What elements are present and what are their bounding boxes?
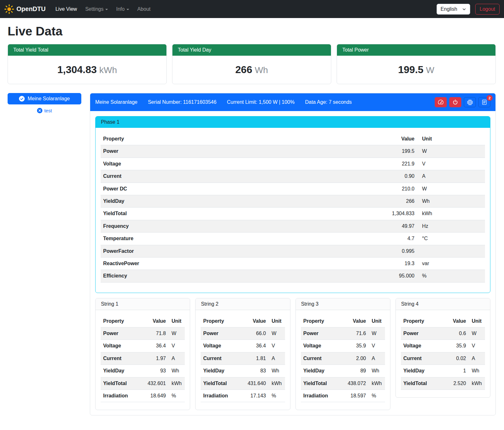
x-circle-icon [37,108,42,113]
property-cell: YieldDay [101,195,290,207]
table-row: YieldDay83Wh [201,365,285,377]
nav-live-view[interactable]: Live View [51,4,81,15]
table-header-row: PropertyValueUnit [101,315,185,327]
total-yield-day-card: Total Yield Day 266Wh [172,44,331,84]
inverter-name: Meine Solaranlage [95,99,137,105]
table-row: YieldDay266Wh [101,195,485,207]
string-card-body: PropertyValueUnitPower71.8WVoltage36.4VC… [96,310,190,410]
value-cell: 438.072 [345,377,369,389]
value-cell: 71.6 [345,327,369,340]
unit-cell: W [269,327,285,340]
value-cell: 1,304.833 [290,208,417,220]
unit-cell: kWh [269,377,285,389]
table-row: Temperature4.7°C [101,233,485,245]
property-cell: Current [101,170,290,183]
property-cell: Voltage [101,340,144,352]
value-cell: 18.649 [144,390,168,402]
event-log-button[interactable]: 2 [478,97,490,107]
check-circle-icon [19,96,25,102]
column-property: Property [201,315,244,327]
nav-info-dropdown[interactable]: Info [112,4,133,15]
card-title: Total Yield Total [8,44,166,56]
unit: kWh [99,65,117,75]
unit-cell: A [417,170,485,183]
table-row: Power66.0W [201,327,285,340]
sidebar-item-test[interactable]: test [8,108,81,113]
limit-settings-button[interactable] [435,97,447,107]
logout-button[interactable]: Logout [475,4,500,15]
value-cell: 1 [445,365,469,377]
property-cell: YieldTotal [101,377,144,389]
summary-row: Total Yield Total 1,304.83kWh Total Yiel… [8,44,496,84]
table-row: YieldDay1Wh [401,365,485,377]
table-row: Voltage35.9V [401,340,485,352]
page-content: Live Data Total Yield Total 1,304.83kWh … [0,24,504,422]
unit-cell: Wh [369,365,385,377]
sidebar-item-label: test [44,108,52,113]
unit-cell: % [417,270,485,282]
property-cell: YieldTotal [401,377,445,389]
property-cell: Temperature [101,233,290,245]
brand[interactable]: OpenDTU [4,4,46,14]
phase-table: Property Value Unit Power199.5WVoltage22… [101,133,485,283]
unit-cell: V [417,158,485,170]
value: 1,304.83 [57,64,97,75]
table-row: Voltage36.4V [201,340,285,352]
value-cell: 0.6 [445,327,469,340]
property-cell: Power DC [101,183,290,195]
inverter-select-label: Meine Solaranlage [28,96,70,102]
inverter-card-header: Meine Solaranlage Serial Number: 1161716… [90,93,495,111]
string-card-4: String 4PropertyValueUnitPower0.6WVoltag… [395,298,490,398]
unit-cell: Wh [269,365,285,377]
journal-icon [482,99,487,105]
property-cell: Irradiation [301,390,345,402]
nav-settings-label: Settings [85,6,103,12]
event-count-badge: 2 [487,95,493,101]
column-value: Value [445,315,469,327]
nav-about[interactable]: About [133,4,155,15]
card-title: Total Power [337,44,495,56]
string-table-body: Power71.8WVoltage36.4VCurrent1.97AYieldD… [101,327,185,402]
unit-cell: Wh [168,365,185,377]
unit-cell: kWh [469,377,485,389]
unit-cell: W [168,327,185,340]
inverter-select-button[interactable]: Meine Solaranlage [8,93,81,104]
unit-cell: kWh [369,377,385,389]
property-cell: Current [301,352,345,365]
nav-settings-dropdown[interactable]: Settings [81,4,112,15]
chevron-down-icon [462,7,466,11]
value-cell: 431.640 [245,377,269,389]
unit: Wh [255,65,268,75]
power-button[interactable] [449,97,461,107]
table-row: YieldTotal432.601kWh [101,377,185,389]
device-info-button[interactable] [464,97,476,107]
property-cell: YieldDay [301,365,345,377]
property-cell: Voltage [301,340,345,352]
string-card-title: String 3 [296,298,390,310]
top-navbar: OpenDTU Live View Settings Info About En… [0,0,504,18]
value-cell: 2.00 [345,352,369,365]
table-row: Power0.6W [401,327,485,340]
column-property: Property [401,315,445,327]
table-row: Current2.00A [301,352,385,365]
navbar-right: English Logout [437,4,500,15]
unit-cell: A [469,352,485,365]
unit-cell: V [269,340,285,352]
value-cell: 71.8 [144,327,168,340]
value-cell: 221.9 [290,158,417,170]
value-cell: 35.9 [445,340,469,352]
unit-cell: % [168,390,185,402]
table-row: YieldDay93Wh [101,365,185,377]
value-cell: 93 [144,365,168,377]
value-cell: 36.4 [144,340,168,352]
property-cell: Efficiency [101,270,290,282]
language-select[interactable]: English [437,4,470,15]
nav-links: Live View Settings Info About [51,4,155,15]
property-cell: YieldDay [101,365,144,377]
value-cell: 432.601 [144,377,168,389]
unit-cell: Wh [417,195,485,207]
table-row: Efficiency95.000% [101,270,485,282]
table-row: PowerFactor0.995 [101,245,485,257]
unit-cell: W [417,183,485,195]
column-value: Value [345,315,369,327]
